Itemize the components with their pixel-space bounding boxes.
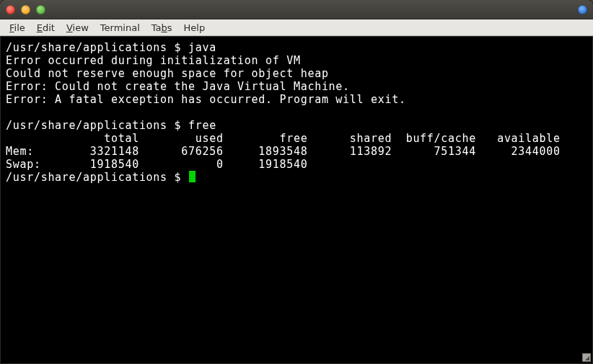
close-icon[interactable] [6,5,15,14]
menu-help[interactable]: Help [179,21,211,35]
line-prompt-1: /usr/share/applications $ java [6,41,216,54]
menu-view-rest: iew [73,22,89,33]
window-indicator-icon [578,5,587,14]
line-free-mem: Mem: 3321148 676256 1893548 113892 75134… [6,145,561,158]
line-java-err4: Error: A fatal exception has occurred. P… [6,93,406,106]
prompt-1: /usr/share/applications $ [6,41,181,54]
menu-edit[interactable]: Edit [32,21,60,35]
menu-edit-rest: dit [43,22,55,33]
prompt-3: /usr/share/applications $ [6,171,181,184]
maximize-icon[interactable] [36,5,45,14]
menu-bar: File Edit View Terminal Tabs Help [0,19,593,36]
line-prompt-3: /usr/share/applications $ [6,171,196,184]
cursor-icon [189,171,196,182]
line-java-err1: Error occurred during initialization of … [6,54,301,67]
cmd-java: java [188,41,216,54]
window-controls [6,5,45,14]
line-java-err2: Could not reserve enough space for objec… [6,67,329,80]
terminal-frame: /usr/share/applications $ java Error occ… [0,36,593,364]
line-free-swap: Swap: 1918540 0 1918540 [6,158,307,171]
title-bar[interactable] [0,0,593,19]
minimize-icon[interactable] [21,5,30,14]
line-prompt-2: /usr/share/applications $ free [6,119,216,132]
terminal-window: File Edit View Terminal Tabs Help /usr/s… [0,0,593,364]
cmd-free: free [188,119,216,132]
prompt-2: /usr/share/applications $ [6,119,181,132]
line-free-header: total used free shared buff/cache availa… [6,132,561,145]
menu-view[interactable]: View [61,21,94,35]
menu-file[interactable]: File [4,21,30,35]
terminal-output[interactable]: /usr/share/applications $ java Error occ… [2,38,591,362]
menu-terminal[interactable]: Terminal [95,21,145,35]
menu-file-rest: ile [14,22,25,33]
line-java-err3: Error: Could not create the Java Virtual… [6,80,350,93]
menu-tabs[interactable]: Tabs [146,21,177,35]
resize-grip-icon[interactable] [582,353,591,362]
